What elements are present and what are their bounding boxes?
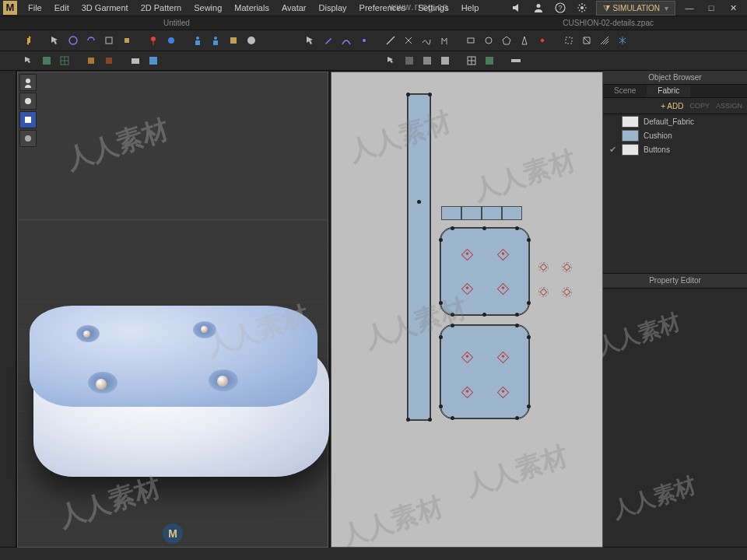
tool-rotate-icon[interactable] (83, 33, 99, 48)
button-marker[interactable] (538, 287, 549, 297)
tool-2d-sew-icon[interactable] (401, 33, 416, 48)
pattern-top-panel[interactable] (440, 228, 529, 315)
tool-2d-notch-icon[interactable] (437, 33, 452, 48)
menu-materials[interactable]: Materials (228, 3, 275, 12)
property-editor-header[interactable]: Property Editor (603, 273, 747, 289)
main-area: 人人素材 人人素材 人人素材 M (0, 71, 747, 547)
svg-rect-38 (511, 59, 521, 62)
menu-3d-garment[interactable]: 3D Garment (75, 3, 135, 12)
tool-gizmo-icon[interactable] (119, 33, 135, 48)
fabric-item-default[interactable]: Default_Fabric (603, 114, 747, 128)
pattern-tab[interactable] (441, 206, 461, 220)
view2d-ruler-icon[interactable] (508, 53, 524, 68)
button-marker[interactable] (538, 262, 549, 272)
tool-2d-poly-icon[interactable] (499, 33, 514, 48)
menu-help[interactable]: Help (455, 3, 486, 12)
tool-scale-icon[interactable] (101, 33, 117, 48)
window-close-icon[interactable]: ✕ (726, 1, 740, 15)
tool-button-icon[interactable] (244, 33, 259, 48)
tool-2d-dart-icon[interactable] (517, 33, 532, 48)
svg-rect-27 (88, 58, 94, 64)
window-max-icon[interactable]: □ (704, 1, 718, 15)
pattern-tab[interactable] (502, 206, 522, 220)
view3d-cursor-icon[interactable] (21, 53, 37, 68)
view2d-shade2-icon[interactable] (419, 53, 435, 68)
tool-2d-seg-icon[interactable] (383, 33, 398, 48)
cushion-3d-model (18, 298, 329, 485)
pattern-tab[interactable] (461, 206, 482, 220)
view3d-shade-icon[interactable] (39, 53, 54, 68)
tool-box-icon[interactable] (226, 33, 241, 48)
tool-2d-sym-icon[interactable] (615, 33, 630, 48)
tool-select-icon[interactable] (47, 33, 63, 48)
tool-2d-circle-icon[interactable] (481, 33, 496, 48)
tool-tack-icon[interactable] (163, 33, 179, 48)
view3d-render-icon[interactable] (146, 53, 161, 68)
svg-point-0 (536, 4, 540, 8)
menu-sewing[interactable]: Sewing (188, 3, 228, 12)
menu-display[interactable]: Display (313, 3, 353, 12)
settings-icon[interactable] (575, 1, 589, 15)
avatar-xray-icon[interactable] (19, 111, 37, 128)
user-icon[interactable] (531, 1, 545, 15)
avatar-show-icon[interactable] (19, 74, 37, 91)
tool-move-icon[interactable] (65, 33, 81, 48)
copy-button[interactable]: COPY (689, 102, 710, 110)
view2d-grid-icon[interactable] (464, 53, 479, 68)
view3d-camera-icon[interactable] (128, 53, 143, 68)
view2d-cursor-icon[interactable] (384, 53, 399, 68)
svg-rect-28 (106, 58, 112, 64)
button-marker[interactable] (562, 287, 572, 297)
tool-avatar1-icon[interactable] (190, 33, 205, 48)
sound-icon[interactable] (510, 1, 524, 15)
button-marker[interactable] (562, 262, 572, 272)
svg-rect-41 (25, 117, 31, 123)
avatar-bone-icon[interactable] (19, 130, 37, 147)
tool-2d-curve-icon[interactable] (338, 33, 354, 48)
pattern-strip[interactable] (408, 94, 430, 420)
tab-fabric[interactable]: Fabric (647, 85, 690, 97)
tool-2d-fold-icon[interactable] (579, 33, 594, 48)
menu-edit[interactable]: Edit (48, 3, 75, 12)
help-icon[interactable]: ? (553, 1, 567, 15)
add-button[interactable]: + ADD (661, 102, 683, 110)
tool-sync-icon[interactable] (21, 33, 37, 48)
simulation-button[interactable]: ⧩SIMULATION▾ (596, 1, 675, 16)
window-min-icon[interactable]: — (682, 1, 696, 15)
left-strip (0, 71, 16, 547)
tool-2d-point-icon[interactable] (356, 33, 372, 48)
tool-pin-icon[interactable] (146, 33, 161, 48)
view2d-shade1-icon[interactable] (402, 53, 417, 68)
assign-button[interactable]: ASSIGN (716, 102, 742, 110)
svg-point-17 (363, 39, 366, 42)
fabric-name: Cushion (644, 131, 672, 140)
menu-avatar[interactable]: Avatar (275, 3, 313, 12)
view3d-mesh-icon[interactable] (57, 53, 72, 68)
fabric-item-cushion[interactable]: Cushion (603, 128, 747, 142)
tool-2d-select-icon[interactable] (303, 33, 318, 48)
tool-2d-free-icon[interactable] (419, 33, 434, 48)
view3d-strain-icon[interactable] (83, 53, 99, 68)
viewport-2d[interactable]: 人人素材 人人素材 人人素材 人人素材 人人素材 (331, 72, 603, 548)
menu-file[interactable]: File (22, 3, 48, 12)
pattern-tab[interactable] (482, 206, 502, 220)
view2d-shade3-icon[interactable] (437, 53, 453, 68)
view2d-info-icon[interactable] (482, 53, 497, 68)
menu-2d-pattern[interactable]: 2D Pattern (135, 3, 188, 12)
tab-scene[interactable]: Scene (603, 85, 647, 97)
view3d-stress-icon[interactable] (101, 53, 117, 68)
svg-point-8 (151, 37, 156, 41)
tool-2d-grade-icon[interactable] (597, 33, 612, 48)
tool-2d-ip-icon[interactable] (535, 33, 550, 48)
visibility-toggle[interactable]: ✔ (608, 145, 617, 155)
tab-file[interactable]: CUSHION-02-details.zpac (539, 19, 747, 27)
tab-untitled[interactable]: Untitled (140, 19, 213, 27)
tool-avatar2-icon[interactable] (208, 33, 223, 48)
avatar-head-icon[interactable] (19, 93, 37, 110)
tool-2d-edit-icon[interactable] (321, 33, 336, 48)
tool-2d-trace-icon[interactable] (561, 33, 577, 48)
viewport-3d[interactable]: 人人素材 人人素材 人人素材 M (17, 72, 328, 548)
pattern-bottom-panel[interactable] (440, 325, 529, 418)
fabric-item-buttons[interactable]: ✔ Buttons (603, 142, 747, 156)
tool-2d-rect-icon[interactable] (463, 33, 479, 48)
